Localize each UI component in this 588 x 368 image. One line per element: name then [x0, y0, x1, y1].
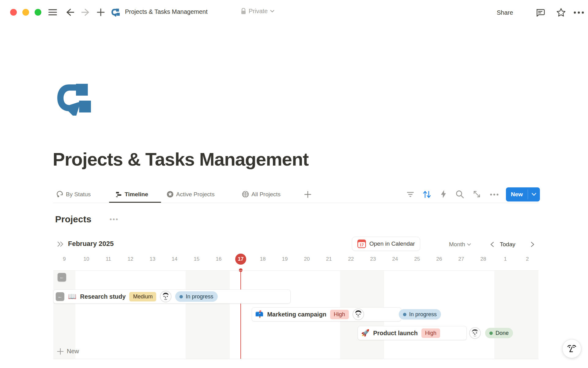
day-label: 2	[516, 254, 538, 265]
favorite-star-icon[interactable]	[555, 7, 567, 18]
status-pill-done: Done	[485, 328, 513, 338]
weekend-column	[186, 270, 208, 359]
today-marker-line	[240, 270, 241, 359]
day-label: 18	[252, 254, 274, 265]
tab-active-projects[interactable]: Active Projects	[165, 188, 216, 200]
assignee-avatar	[469, 327, 481, 339]
task-title: Marketing campaign	[267, 311, 326, 318]
scroll-to-offscreen-item-button[interactable]: ←	[58, 273, 66, 282]
comments-icon[interactable]	[534, 7, 546, 18]
day-label: 9	[53, 254, 75, 265]
weekend-column	[53, 270, 75, 359]
assignee-avatar	[352, 309, 364, 320]
timeline-month-label: February 2025	[68, 240, 114, 248]
expand-icon[interactable]	[471, 189, 483, 199]
chevron-down-icon	[467, 243, 471, 246]
timeline-bar-product-launch[interactable]: 🚀 Product launch High	[358, 326, 467, 340]
view-more-icon[interactable]	[488, 190, 500, 199]
status-dot	[403, 313, 406, 316]
add-view-plus-icon[interactable]	[303, 190, 313, 199]
tab-by-status[interactable]: By Status	[55, 188, 92, 200]
lightning-icon[interactable]	[438, 189, 449, 199]
day-label: 11	[97, 254, 119, 265]
priority-tag-medium: Medium	[129, 292, 156, 301]
filter-icon[interactable]	[405, 190, 416, 199]
day-label: 26	[428, 254, 450, 265]
more-options-icon[interactable]	[572, 7, 586, 18]
share-button[interactable]: Share	[497, 7, 513, 18]
ai-face-icon	[566, 343, 578, 355]
search-icon[interactable]	[454, 189, 466, 199]
day-label: 10	[75, 254, 97, 265]
day-label-today: 17	[230, 254, 252, 265]
page-icon[interactable]	[54, 80, 93, 117]
status-dot	[489, 332, 493, 335]
calendar-app-icon: 17	[357, 239, 366, 248]
add-new-row-button[interactable]: New	[57, 348, 79, 355]
doc-logo-icon	[111, 8, 120, 18]
section-more-icon[interactable]: •••	[110, 216, 119, 223]
status-dot	[179, 295, 183, 298]
privacy-dropdown[interactable]: Private	[241, 8, 274, 15]
sidebar-menu-icon[interactable]	[47, 7, 58, 17]
toggle-sidebar-chevrons-icon[interactable]	[56, 240, 66, 248]
chevron-down-icon	[270, 10, 274, 13]
zoom-window-button[interactable]	[35, 9, 41, 16]
lock-icon	[241, 8, 246, 15]
day-label: 23	[362, 254, 384, 265]
day-label: 12	[119, 254, 141, 265]
back-icon[interactable]	[64, 7, 75, 17]
plus-icon	[57, 348, 64, 355]
star-circle-icon	[167, 191, 174, 198]
day-label: 15	[186, 254, 208, 265]
priority-tag-high: High	[330, 310, 349, 319]
prev-month-icon[interactable]	[488, 240, 496, 249]
day-label: 25	[406, 254, 428, 265]
privacy-label: Private	[249, 8, 268, 15]
new-button[interactable]: New	[506, 187, 540, 201]
scroll-left-icon[interactable]: ←	[56, 292, 64, 301]
timeline-bar-research-study[interactable]: ← 📖 Research study Medium In progress	[53, 289, 291, 304]
day-label: 27	[450, 254, 472, 265]
notion-window: Projects & Tasks Management Private Shar…	[0, 0, 588, 368]
forward-icon[interactable]	[80, 7, 91, 17]
book-emoji: 📖	[68, 293, 76, 300]
tab-timeline[interactable]: Timeline	[114, 188, 149, 200]
new-tab-plus-icon[interactable]	[96, 7, 106, 17]
task-title: Product launch	[373, 330, 418, 337]
status-pill-in-progress: In progress	[175, 291, 217, 302]
day-label: 24	[384, 254, 406, 265]
today-button[interactable]: Today	[500, 240, 515, 249]
mailbox-emoji: 📫	[255, 311, 263, 318]
day-label: 13	[141, 254, 164, 265]
page-title: Projects & Tasks Management	[53, 149, 309, 170]
weekend-column	[516, 270, 538, 359]
new-button-chevron-icon	[528, 187, 540, 201]
rocket-emoji: 🚀	[361, 330, 369, 336]
status-pill-in-progress: In progress	[399, 309, 441, 320]
sort-icon[interactable]	[421, 190, 433, 199]
weekend-column	[208, 270, 230, 359]
section-heading: Projects	[55, 214, 91, 224]
minimize-window-button[interactable]	[22, 9, 29, 16]
timeline-scale-dropdown[interactable]: Month	[449, 240, 471, 249]
notion-ai-face-button[interactable]	[562, 339, 581, 358]
day-label: 22	[340, 254, 362, 265]
day-label: 20	[296, 254, 318, 265]
open-in-calendar-label: Open in Calendar	[369, 240, 415, 247]
task-title: Research study	[80, 293, 126, 300]
tab-all-projects[interactable]: All Projects	[241, 188, 282, 200]
globe-icon	[242, 191, 249, 198]
grid-top-border	[53, 270, 538, 271]
assignee-avatar	[160, 291, 172, 302]
timeline-bar-marketing-campaign[interactable]: 📫 Marketing campaign High	[252, 307, 401, 321]
priority-tag-high: High	[421, 328, 440, 338]
day-label: 14	[164, 254, 186, 265]
window-doc-title: Projects & Tasks Management	[125, 8, 208, 15]
open-in-calendar-button[interactable]: 17 Open in Calendar	[352, 237, 420, 251]
day-label: 21	[318, 254, 340, 265]
day-label: 28	[472, 254, 494, 265]
next-month-icon[interactable]	[529, 240, 537, 249]
close-window-button[interactable]	[10, 9, 17, 16]
grid-bottom-border	[53, 359, 538, 359]
